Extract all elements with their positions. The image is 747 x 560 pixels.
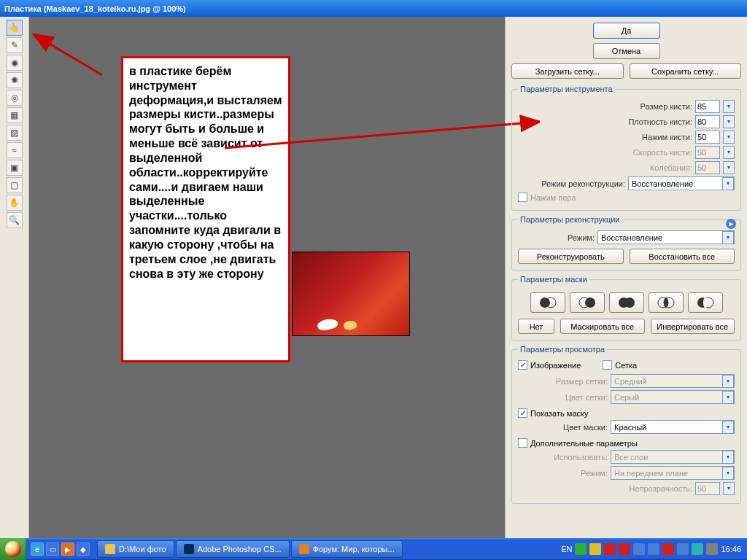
app-icon[interactable]: ◆ <box>77 542 90 556</box>
opacity-label: Непрозрачность: <box>518 484 692 493</box>
extra-options-checkbox[interactable] <box>518 438 527 448</box>
brush-pressure-input[interactable] <box>695 131 720 144</box>
task-button[interactable]: Форум: Мир, которы... <box>291 540 403 558</box>
svg-point-7 <box>624 298 635 308</box>
cancel-button[interactable]: Отмена <box>593 43 660 59</box>
window-title-bar: Пластика (Maskaev_18_koteiko.ru.jpg @ 10… <box>0 0 747 17</box>
bloat-tool[interactable]: ◎ <box>7 90 23 106</box>
mode-select[interactable]: Восстановление▾ <box>597 230 735 244</box>
mask-replace-icon[interactable] <box>530 292 565 313</box>
brush-rate-dropdown: ▾ <box>723 146 735 159</box>
reconstruct-button[interactable]: Реконструировать <box>518 249 624 264</box>
tray-icon[interactable] <box>575 543 587 555</box>
mesh-size-select: Средний▾ <box>611 374 735 388</box>
freeze-mask-tool[interactable]: ▣ <box>7 160 23 176</box>
browser-icon <box>299 544 309 554</box>
tray-icon[interactable] <box>604 543 616 555</box>
clock[interactable]: 16:46 <box>721 545 741 553</box>
reconstruct-options-group: Параметры реконструкции ▸ Режим:Восстано… <box>511 215 741 271</box>
tray-icon[interactable] <box>677 543 689 555</box>
group-legend: Параметры инструмента <box>518 85 615 93</box>
show-image-label: Изображение <box>530 361 581 370</box>
brush-density-label: Плотность кисти: <box>518 117 692 126</box>
mask-color-select[interactable]: Красный▾ <box>611 420 735 434</box>
mask-add-icon[interactable] <box>570 292 605 313</box>
tool-options-group: Параметры инструмента Размер кисти:▾ Пло… <box>511 85 741 211</box>
task-button[interactable]: Adobe Photoshop CS... <box>176 540 290 558</box>
brush-density-dropdown[interactable]: ▾ <box>723 115 735 128</box>
save-mesh-button[interactable]: Сохранить сетку... <box>630 63 742 79</box>
avira-icon[interactable] <box>662 543 674 555</box>
zoom-tool[interactable]: 🔍 <box>7 212 23 228</box>
restore-all-button[interactable]: Восстановить все <box>630 249 735 264</box>
mask-all-button[interactable]: Маскировать все <box>560 319 645 334</box>
ie-icon[interactable]: e <box>31 542 44 556</box>
system-tray: EN 16:46 <box>555 543 747 555</box>
tray-icon[interactable] <box>589 543 601 555</box>
start-button[interactable] <box>0 538 26 560</box>
brush-rate-input <box>695 146 720 159</box>
load-mesh-button[interactable]: Загрузить сетку... <box>511 63 624 79</box>
desktop-icon[interactable]: ▭ <box>46 542 59 556</box>
opacity-input <box>695 482 720 495</box>
pen-pressure-label: Нажим пера <box>530 193 576 202</box>
tray-icon[interactable] <box>692 543 703 555</box>
brush-pressure-dropdown[interactable]: ▾ <box>723 131 735 144</box>
mask-subtract-icon[interactable] <box>609 292 644 313</box>
mesh-color-label: Цвет сетки: <box>518 393 608 402</box>
windows-taskbar: e ▭ ▶ ◆ D:\Мои фото Adobe Photoshop CS..… <box>0 538 747 560</box>
liquify-canvas[interactable]: в пластике берём инструмент деформация,и… <box>29 17 505 538</box>
window-title: Пластика (Maskaev_18_koteiko.ru.jpg @ 10… <box>4 4 186 13</box>
tray-icon[interactable] <box>619 543 630 555</box>
show-mesh-checkbox[interactable] <box>603 360 612 370</box>
brush-size-dropdown[interactable]: ▾ <box>723 100 735 113</box>
svg-point-10 <box>664 298 668 308</box>
mode2-select: На переднем плане▾ <box>611 466 735 480</box>
mask-options-group: Параметры маски Нет Маскировать все Инве… <box>511 275 741 341</box>
brush-size-input[interactable] <box>695 100 720 113</box>
task-button[interactable]: D:\Мои фото <box>97 540 174 558</box>
forward-warp-tool[interactable]: 👆 <box>7 20 23 36</box>
tray-icon[interactable] <box>706 543 718 555</box>
view-options-group: Параметры просмотра ✔Изображение Сетка Р… <box>511 345 741 504</box>
push-left-tool[interactable]: ▦ <box>7 107 23 123</box>
turbulence-dropdown: ▾ <box>723 161 735 174</box>
mask-invert-all-button[interactable]: Инвертировать все <box>651 319 735 334</box>
group-legend: Параметры маски <box>518 275 589 284</box>
reconstruct-tool[interactable]: ✎ <box>7 37 23 53</box>
mask-none-button[interactable]: Нет <box>518 319 554 334</box>
show-image-checkbox[interactable]: ✔ <box>518 360 527 370</box>
mask-intersect-icon[interactable] <box>649 292 684 313</box>
ok-button[interactable]: Да <box>593 23 660 39</box>
mirror-tool[interactable]: ▨ <box>7 125 23 141</box>
pen-pressure-checkbox <box>518 192 527 202</box>
group-legend: Параметры просмотра <box>518 345 607 354</box>
mesh-size-label: Размер сетки: <box>518 377 608 386</box>
language-indicator[interactable]: EN <box>561 545 572 553</box>
turbulence-label: Колебания: <box>518 163 692 172</box>
volume-icon[interactable] <box>633 543 645 555</box>
twirl-tool[interactable]: ◉ <box>7 55 23 71</box>
pucker-tool[interactable]: ✺ <box>7 72 23 88</box>
task-buttons: D:\Мои фото Adobe Photoshop CS... Форум:… <box>94 540 555 558</box>
mode2-label: Режим: <box>518 469 608 478</box>
use-select: Все слои▾ <box>611 450 735 464</box>
svg-point-13 <box>703 298 708 308</box>
brush-size-label: Размер кисти: <box>518 102 692 111</box>
mesh-color-select: Серый▾ <box>611 390 735 404</box>
svg-point-5 <box>585 298 595 308</box>
network-icon[interactable] <box>648 543 659 555</box>
preview-image <box>292 252 410 336</box>
show-mask-checkbox[interactable]: ✔ <box>518 408 527 418</box>
brush-density-input[interactable] <box>695 115 720 128</box>
turbulence-tool[interactable]: ≈ <box>7 142 23 158</box>
recon-mode-select[interactable]: Восстановление▾ <box>628 176 735 190</box>
thaw-mask-tool[interactable]: ▢ <box>7 177 23 193</box>
svg-point-2 <box>540 298 550 308</box>
media-icon[interactable]: ▶ <box>61 542 74 556</box>
mask-invert-icon[interactable] <box>688 292 723 313</box>
mask-color-label: Цвет маски: <box>518 423 608 432</box>
info-icon[interactable]: ▸ <box>726 219 736 229</box>
show-mesh-label: Сетка <box>615 361 637 370</box>
hand-tool[interactable]: ✋ <box>7 195 23 211</box>
